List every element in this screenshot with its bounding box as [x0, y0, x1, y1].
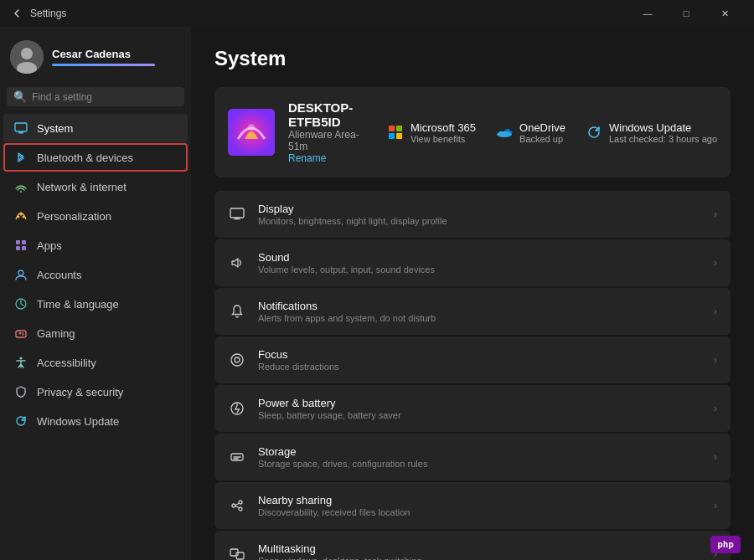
sidebar-item-update[interactable]: Windows Update [3, 407, 188, 435]
onedrive-icon [496, 124, 513, 141]
setting-power[interactable]: Power & battery Sleep, battery usage, ba… [214, 385, 731, 432]
setting-notifications[interactable]: Notifications Alerts from apps and syste… [214, 288, 731, 335]
titlebar-left: Settings [10, 7, 66, 20]
nav-list: System Bluetooth & devices [0, 113, 191, 436]
multitasking-content: Multitasking Snap windows, desktops, tas… [258, 542, 702, 560]
personalization-icon [13, 208, 28, 223]
sidebar-label-bluetooth: Bluetooth & devices [37, 152, 133, 164]
sidebar-item-time[interactable]: Time & language [3, 290, 188, 318]
onedrive-subtitle: Backed up [519, 134, 566, 144]
svg-point-8 [23, 216, 25, 218]
update-icon [13, 414, 28, 429]
storage-chevron: › [714, 451, 717, 463]
sidebar-item-apps[interactable]: Apps [3, 231, 188, 259]
svg-rect-10 [22, 240, 26, 244]
device-name: DESKTOP-ETFB5ID [288, 100, 374, 129]
main-layout: Cesar Cadenas 🔍 System [0, 27, 754, 560]
svg-rect-21 [389, 133, 395, 139]
sound-subtitle: Volume levels, output, input, sound devi… [258, 265, 702, 275]
notifications-title: Notifications [258, 300, 702, 312]
nearby-subtitle: Discoverability, received files location [258, 507, 702, 517]
quick-link-microsoft365[interactable]: Microsoft 365 View benefits [387, 121, 476, 144]
sidebar-label-system: System [37, 122, 73, 135]
sidebar-item-network[interactable]: Network & internet [3, 172, 188, 201]
svg-rect-20 [396, 126, 402, 131]
multitasking-icon [228, 545, 246, 560]
storage-icon [228, 448, 246, 466]
setting-nearby[interactable]: Nearby sharing Discoverability, received… [214, 482, 731, 529]
sidebar-item-accessibility[interactable]: Accessibility [3, 348, 188, 377]
sound-title: Sound [258, 251, 702, 264]
sidebar-label-personalization: Personalization [37, 210, 111, 223]
microsoft365-subtitle: View benefits [411, 134, 476, 144]
minimize-button[interactable]: — [628, 0, 667, 27]
setting-storage[interactable]: Storage Storage space, drives, configura… [214, 434, 731, 480]
svg-rect-9 [16, 240, 20, 244]
storage-title: Storage [258, 445, 702, 458]
svg-point-13 [18, 270, 23, 275]
storage-content: Storage Storage space, drives, configura… [258, 445, 702, 469]
sidebar-item-accounts[interactable]: Accounts [3, 260, 188, 289]
rename-link[interactable]: Rename [288, 152, 374, 164]
maximize-button[interactable]: □ [667, 0, 705, 27]
device-actions: Microsoft 365 View benefits OneDri [387, 121, 717, 144]
device-thumbnail [228, 109, 275, 156]
avatar [10, 40, 44, 74]
windowsupdate-subtitle: Last checked: 3 hours ago [609, 134, 717, 144]
setting-display[interactable]: Display Monitors, brightness, night ligh… [214, 191, 731, 238]
accounts-icon [13, 267, 28, 282]
search-input[interactable] [32, 91, 178, 103]
user-info: Cesar Cadenas [52, 48, 181, 66]
php-badge: php [710, 536, 741, 553]
bluetooth-icon [13, 150, 28, 165]
settings-list: Display Monitors, brightness, night ligh… [214, 191, 731, 560]
svg-point-18 [248, 124, 255, 131]
sidebar-label-privacy: Privacy & security [37, 386, 123, 398]
system-icon [13, 121, 28, 136]
time-icon [13, 296, 28, 311]
setting-focus[interactable]: Focus Reduce distractions › [214, 337, 731, 383]
sidebar-item-bluetooth[interactable]: Bluetooth & devices [3, 143, 188, 172]
setting-sound[interactable]: Sound Volume levels, output, input, soun… [214, 239, 731, 286]
nearby-content: Nearby sharing Discoverability, received… [258, 494, 702, 517]
titlebar-title: Settings [30, 8, 66, 19]
accessibility-icon [13, 355, 28, 370]
sidebar-item-system[interactable]: System [3, 114, 188, 142]
sidebar-item-personalization[interactable]: Personalization [3, 202, 188, 230]
sound-icon [228, 254, 246, 272]
titlebar: Settings — □ ✕ [0, 0, 754, 27]
svg-rect-15 [16, 331, 26, 337]
user-name: Cesar Cadenas [52, 48, 181, 60]
sound-chevron: › [714, 257, 717, 269]
back-button[interactable] [10, 7, 23, 20]
svg-rect-3 [15, 123, 27, 131]
notifications-chevron: › [714, 306, 717, 317]
search-box[interactable]: 🔍 [7, 87, 184, 106]
multitasking-subtitle: Snap windows, desktops, task switching [258, 556, 702, 560]
focus-title: Focus [258, 348, 702, 361]
quick-link-windowsupdate[interactable]: Windows Update Last checked: 3 hours ago [586, 121, 717, 144]
gaming-icon [13, 326, 28, 341]
apps-icon [13, 238, 28, 253]
svg-rect-24 [230, 208, 244, 218]
svg-point-7 [20, 213, 23, 216]
sidebar-label-accessibility: Accessibility [37, 357, 96, 369]
device-info: DESKTOP-ETFB5ID Alienware Area-51m Renam… [288, 100, 374, 164]
privacy-icon [13, 384, 28, 399]
microsoft365-icon [387, 124, 404, 141]
display-chevron: › [714, 208, 717, 220]
close-button[interactable]: ✕ [705, 0, 744, 27]
page-title: System [214, 47, 731, 70]
sidebar-item-privacy[interactable]: Privacy & security [3, 378, 188, 406]
svg-point-23 [497, 131, 512, 137]
power-chevron: › [714, 403, 717, 414]
windowsupdate-info: Windows Update Last checked: 3 hours ago [609, 121, 717, 144]
titlebar-controls: — □ ✕ [628, 0, 744, 27]
display-subtitle: Monitors, brightness, night light, displ… [258, 216, 702, 226]
setting-multitasking[interactable]: Multitasking Snap windows, desktops, tas… [214, 531, 731, 560]
sidebar-item-gaming[interactable]: Gaming [3, 319, 188, 347]
sidebar-label-gaming: Gaming [37, 327, 75, 340]
quick-link-onedrive[interactable]: OneDrive Backed up [496, 121, 566, 144]
svg-rect-19 [389, 126, 395, 131]
svg-point-6 [18, 216, 20, 218]
